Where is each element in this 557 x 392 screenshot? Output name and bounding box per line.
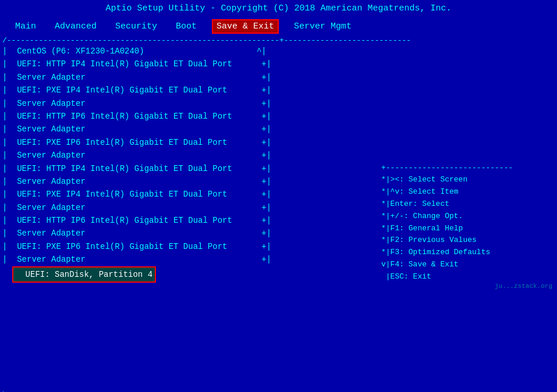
menu-item-boot[interactable]: Boot xyxy=(172,20,200,33)
menu-item-save-exit[interactable]: Save & Exit xyxy=(212,19,279,34)
watermark: ju...zstack.org xyxy=(381,283,552,290)
right-panel: +----------------------------*|><: Selec… xyxy=(377,45,557,390)
spacer xyxy=(381,71,552,84)
help-row: *|><: Select Screen xyxy=(381,174,552,186)
list-item-label: Server Adapter xyxy=(7,71,261,84)
spacer xyxy=(381,136,552,149)
help-row: *|^v: Select Item xyxy=(381,186,552,198)
help-row: *|Enter: Select xyxy=(381,198,552,211)
title-text: Aptio Setup Utility - Copyright (C) 2018… xyxy=(105,3,451,13)
menu-bar: Main Advanced Security Boot Save & Exit … xyxy=(0,17,557,36)
list-item-label: UEFI: HTTP IP6 Intel(R) Gigabit ET Dual … xyxy=(7,110,261,123)
list-item[interactable]: | Server Adapter +| xyxy=(0,149,377,162)
left-panel: | CentOS (P6: XF1230-1A0240) ^|| UEFI: H… xyxy=(0,45,377,390)
help-row: *|F3: Optimized Defaults xyxy=(381,247,552,259)
list-item[interactable]: | UEFI: PXE IP6 Intel(R) Gigabit ET Dual… xyxy=(0,136,377,149)
list-item[interactable]: | Server Adapter +| xyxy=(0,201,377,214)
list-item[interactable]: | UEFI: HTTP IP6 Intel(R) Gigabit ET Dua… xyxy=(0,110,377,123)
spacer xyxy=(381,58,552,70)
list-item[interactable]: | UEFI: PXE IP4 Intel(R) Gigabit ET Dual… xyxy=(0,84,377,97)
help-row: v|F4: Save & Exit xyxy=(381,259,552,271)
menu-item-security[interactable]: Security xyxy=(112,20,161,33)
list-item[interactable]: | UEFI: HTTP IP4 Intel(R) Gigabit ET Dua… xyxy=(0,58,377,70)
list-item[interactable]: | Server Adapter +| xyxy=(0,175,377,188)
list-item-label: Server Adapter xyxy=(7,175,261,188)
list-item[interactable]: | UEFI: HTTP IP4 Intel(R) Gigabit ET Dua… xyxy=(0,162,377,175)
menu-item-advanced[interactable]: Advanced xyxy=(51,20,100,33)
list-item-label: UEFI: HTTP IP4 Intel(R) Gigabit ET Dual … xyxy=(7,162,261,175)
list-item-label: UEFI: PXE IP6 Intel(R) Gigabit ET Dual P… xyxy=(7,240,261,253)
list-item[interactable]: | UEFI: PXE IP6 Intel(R) Gigabit ET Dual… xyxy=(0,240,377,253)
list-item-label: Server Adapter xyxy=(7,123,261,136)
help-divider: +---------------------------- xyxy=(381,162,552,174)
list-item-label: Server Adapter xyxy=(7,97,261,110)
list-item-label: Server Adapter xyxy=(7,227,261,240)
list-item-label: UEFI: PXE IP6 Intel(R) Gigabit ET Dual P… xyxy=(7,136,261,149)
spacer xyxy=(381,149,552,162)
menu-item-main[interactable]: Main xyxy=(12,20,40,33)
list-item[interactable]: | Server Adapter +| xyxy=(0,227,377,240)
main-content: | CentOS (P6: XF1230-1A0240) ^|| UEFI: H… xyxy=(0,45,557,390)
list-item-label: UEFI: PXE IP4 Intel(R) Gigabit ET Dual P… xyxy=(7,188,261,201)
list-item[interactable]: | UEFI: HTTP IP6 Intel(R) Gigabit ET Dua… xyxy=(0,214,377,227)
spacer xyxy=(381,45,552,58)
list-item-label: UEFI: PXE IP4 Intel(R) Gigabit ET Dual P… xyxy=(7,84,261,97)
list-item-label: Server Adapter xyxy=(7,149,261,162)
spacer xyxy=(381,123,552,136)
title-bar: Aptio Setup Utility - Copyright (C) 2018… xyxy=(0,0,557,17)
list-item[interactable]: | Server Adapter +| xyxy=(0,123,377,136)
list-item-label: CentOS (P6: XF1230-1A0240) xyxy=(7,45,256,58)
list-item[interactable]: | UEFI: PXE IP4 Intel(R) Gigabit ET Dual… xyxy=(0,188,377,201)
list-item-label: UEFI: HTTP IP6 Intel(R) Gigabit ET Dual … xyxy=(7,214,261,227)
menu-item-server-mgmt[interactable]: Server Mgmt xyxy=(290,20,355,33)
list-item-label: UEFI: HTTP IP4 Intel(R) Gigabit ET Dual … xyxy=(7,58,261,70)
spacer xyxy=(381,84,552,97)
list-item[interactable]: | Server Adapter +| xyxy=(0,253,377,266)
help-row: *|F2: Previous Values xyxy=(381,234,552,247)
help-row: |ESC: Exit xyxy=(381,271,552,283)
spacer xyxy=(381,110,552,123)
list-item[interactable]: UEFI: SanDisk, Partition 4 xyxy=(0,266,377,283)
list-item[interactable]: | Server Adapter +| xyxy=(0,71,377,84)
list-item[interactable]: | CentOS (P6: XF1230-1A0240) ^| xyxy=(0,45,377,58)
selected-boot-item[interactable]: UEFI: SanDisk, Partition 4 xyxy=(12,266,156,283)
help-row: *|+/-: Change Opt. xyxy=(381,211,552,223)
list-item[interactable]: | Server Adapter +| xyxy=(0,97,377,110)
list-item-label: Server Adapter xyxy=(7,201,261,214)
list-item-label: Server Adapter xyxy=(7,253,261,266)
top-divider: /---------------------------------------… xyxy=(0,36,557,45)
spacer xyxy=(381,97,552,110)
help-row: *|F1: General Help xyxy=(381,223,552,235)
